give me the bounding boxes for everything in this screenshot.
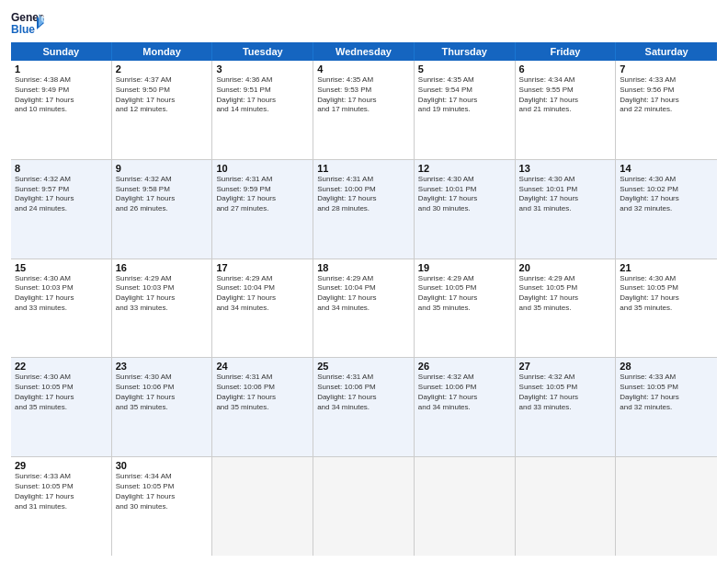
logo-icon: General Blue: [11, 9, 44, 37]
header-day-friday: Friday: [516, 42, 617, 61]
day-cell-27: 27Sunrise: 4:32 AM Sunset: 10:05 PM Dayl…: [516, 358, 617, 456]
day-number: 9: [116, 163, 209, 174]
calendar-row-1: 1Sunrise: 4:38 AM Sunset: 9:49 PM Daylig…: [11, 61, 717, 160]
day-number: 6: [519, 63, 612, 75]
day-number: 4: [317, 63, 410, 75]
day-info: Sunrise: 4:30 AM Sunset: 10:05 PM Daylig…: [15, 373, 108, 412]
day-info: Sunrise: 4:36 AM Sunset: 9:51 PM Dayligh…: [216, 75, 309, 115]
day-info: Sunrise: 4:30 AM Sunset: 10:05 PM Daylig…: [620, 274, 713, 314]
day-number: 12: [418, 163, 511, 174]
day-number: 30: [116, 460, 209, 471]
day-cell-10: 10Sunrise: 4:31 AM Sunset: 9:59 PM Dayli…: [212, 160, 313, 259]
day-number: 11: [317, 163, 410, 174]
day-cell-12: 12Sunrise: 4:30 AM Sunset: 10:01 PM Dayl…: [415, 160, 516, 259]
empty-cell: [313, 457, 415, 556]
day-cell-17: 17Sunrise: 4:29 AM Sunset: 10:04 PM Dayl…: [212, 259, 313, 358]
day-cell-2: 2Sunrise: 4:37 AM Sunset: 9:50 PM Daylig…: [112, 61, 213, 159]
day-cell-21: 21Sunrise: 4:30 AM Sunset: 10:05 PM Dayl…: [616, 259, 717, 358]
day-cell-15: 15Sunrise: 4:30 AM Sunset: 10:03 PM Dayl…: [11, 259, 112, 358]
header-day-thursday: Thursday: [415, 42, 516, 61]
calendar: SundayMondayTuesdayWednesdayThursdayFrid…: [11, 42, 717, 556]
header-day-sunday: Sunday: [11, 42, 112, 61]
day-cell-19: 19Sunrise: 4:29 AM Sunset: 10:05 PM Dayl…: [415, 259, 516, 358]
empty-cell: [212, 457, 313, 556]
page: General Blue SundayMondayTuesdayWednesda…: [0, 0, 728, 563]
day-cell-11: 11Sunrise: 4:31 AM Sunset: 10:00 PM Dayl…: [313, 160, 415, 259]
day-cell-30: 30Sunrise: 4:34 AM Sunset: 10:05 PM Dayl…: [112, 457, 213, 556]
day-info: Sunrise: 4:29 AM Sunset: 10:05 PM Daylig…: [418, 274, 511, 314]
day-cell-16: 16Sunrise: 4:29 AM Sunset: 10:03 PM Dayl…: [112, 259, 213, 358]
calendar-row-4: 22Sunrise: 4:30 AM Sunset: 10:05 PM Dayl…: [11, 358, 717, 457]
day-cell-28: 28Sunrise: 4:33 AM Sunset: 10:05 PM Dayl…: [616, 358, 717, 456]
day-cell-4: 4Sunrise: 4:35 AM Sunset: 9:53 PM Daylig…: [313, 61, 415, 159]
day-number: 25: [317, 361, 410, 372]
day-cell-9: 9Sunrise: 4:32 AM Sunset: 9:58 PM Daylig…: [112, 160, 213, 259]
empty-cell: [616, 457, 717, 556]
day-info: Sunrise: 4:35 AM Sunset: 9:54 PM Dayligh…: [418, 75, 511, 115]
day-number: 26: [418, 361, 511, 372]
day-number: 27: [519, 361, 612, 372]
day-cell-20: 20Sunrise: 4:29 AM Sunset: 10:05 PM Dayl…: [516, 259, 617, 358]
day-number: 23: [116, 361, 209, 372]
day-number: 1: [15, 63, 108, 75]
calendar-header: SundayMondayTuesdayWednesdayThursdayFrid…: [11, 42, 717, 61]
day-cell-1: 1Sunrise: 4:38 AM Sunset: 9:49 PM Daylig…: [11, 61, 112, 159]
empty-cell: [415, 457, 516, 556]
day-number: 24: [216, 361, 309, 372]
day-info: Sunrise: 4:35 AM Sunset: 9:53 PM Dayligh…: [317, 75, 410, 115]
day-info: Sunrise: 4:31 AM Sunset: 10:06 PM Daylig…: [317, 373, 410, 412]
day-info: Sunrise: 4:29 AM Sunset: 10:03 PM Daylig…: [116, 274, 209, 314]
day-number: 14: [620, 163, 713, 174]
day-number: 21: [620, 262, 713, 273]
day-number: 19: [418, 262, 511, 273]
day-info: Sunrise: 4:30 AM Sunset: 10:01 PM Daylig…: [519, 175, 612, 214]
day-number: 10: [216, 163, 309, 174]
svg-text:Blue: Blue: [11, 23, 35, 36]
day-number: 8: [15, 163, 108, 174]
empty-cell: [516, 457, 617, 556]
day-info: Sunrise: 4:33 AM Sunset: 10:05 PM Daylig…: [620, 373, 713, 412]
day-info: Sunrise: 4:29 AM Sunset: 10:05 PM Daylig…: [519, 274, 612, 314]
day-info: Sunrise: 4:30 AM Sunset: 10:06 PM Daylig…: [116, 373, 209, 412]
day-number: 28: [620, 361, 713, 372]
day-number: 5: [418, 63, 511, 75]
day-info: Sunrise: 4:29 AM Sunset: 10:04 PM Daylig…: [216, 274, 309, 314]
day-cell-29: 29Sunrise: 4:33 AM Sunset: 10:05 PM Dayl…: [11, 457, 112, 556]
day-number: 15: [15, 262, 108, 273]
day-info: Sunrise: 4:29 AM Sunset: 10:04 PM Daylig…: [317, 274, 410, 314]
day-number: 20: [519, 262, 612, 273]
day-info: Sunrise: 4:37 AM Sunset: 9:50 PM Dayligh…: [116, 75, 209, 115]
day-info: Sunrise: 4:30 AM Sunset: 10:01 PM Daylig…: [418, 175, 511, 214]
logo: General Blue: [11, 9, 50, 37]
day-cell-14: 14Sunrise: 4:30 AM Sunset: 10:02 PM Dayl…: [616, 160, 717, 259]
day-info: Sunrise: 4:34 AM Sunset: 9:55 PM Dayligh…: [519, 75, 612, 115]
day-cell-22: 22Sunrise: 4:30 AM Sunset: 10:05 PM Dayl…: [11, 358, 112, 456]
day-cell-8: 8Sunrise: 4:32 AM Sunset: 9:57 PM Daylig…: [11, 160, 112, 259]
day-number: 29: [15, 460, 108, 471]
day-cell-25: 25Sunrise: 4:31 AM Sunset: 10:06 PM Dayl…: [313, 358, 415, 456]
day-number: 17: [216, 262, 309, 273]
day-cell-3: 3Sunrise: 4:36 AM Sunset: 9:51 PM Daylig…: [212, 61, 313, 159]
day-info: Sunrise: 4:32 AM Sunset: 9:58 PM Dayligh…: [116, 175, 209, 214]
calendar-row-5: 29Sunrise: 4:33 AM Sunset: 10:05 PM Dayl…: [11, 457, 717, 556]
day-cell-23: 23Sunrise: 4:30 AM Sunset: 10:06 PM Dayl…: [112, 358, 213, 456]
header-day-tuesday: Tuesday: [212, 42, 313, 61]
header-day-monday: Monday: [112, 42, 213, 61]
day-info: Sunrise: 4:30 AM Sunset: 10:02 PM Daylig…: [620, 175, 713, 214]
day-info: Sunrise: 4:32 AM Sunset: 10:06 PM Daylig…: [418, 373, 511, 412]
day-number: 16: [116, 262, 209, 273]
header-day-wednesday: Wednesday: [313, 42, 415, 61]
day-info: Sunrise: 4:31 AM Sunset: 10:00 PM Daylig…: [317, 175, 410, 214]
day-number: 13: [519, 163, 612, 174]
calendar-row-2: 8Sunrise: 4:32 AM Sunset: 9:57 PM Daylig…: [11, 160, 717, 259]
header: General Blue: [11, 9, 717, 37]
day-number: 18: [317, 262, 410, 273]
day-cell-18: 18Sunrise: 4:29 AM Sunset: 10:04 PM Dayl…: [313, 259, 415, 358]
day-info: Sunrise: 4:30 AM Sunset: 10:03 PM Daylig…: [15, 274, 108, 314]
calendar-body: 1Sunrise: 4:38 AM Sunset: 9:49 PM Daylig…: [11, 61, 717, 556]
day-cell-24: 24Sunrise: 4:31 AM Sunset: 10:06 PM Dayl…: [212, 358, 313, 456]
day-number: 7: [620, 63, 713, 75]
day-info: Sunrise: 4:38 AM Sunset: 9:49 PM Dayligh…: [15, 75, 108, 115]
day-info: Sunrise: 4:33 AM Sunset: 10:05 PM Daylig…: [15, 472, 108, 511]
day-info: Sunrise: 4:33 AM Sunset: 9:56 PM Dayligh…: [620, 75, 713, 115]
